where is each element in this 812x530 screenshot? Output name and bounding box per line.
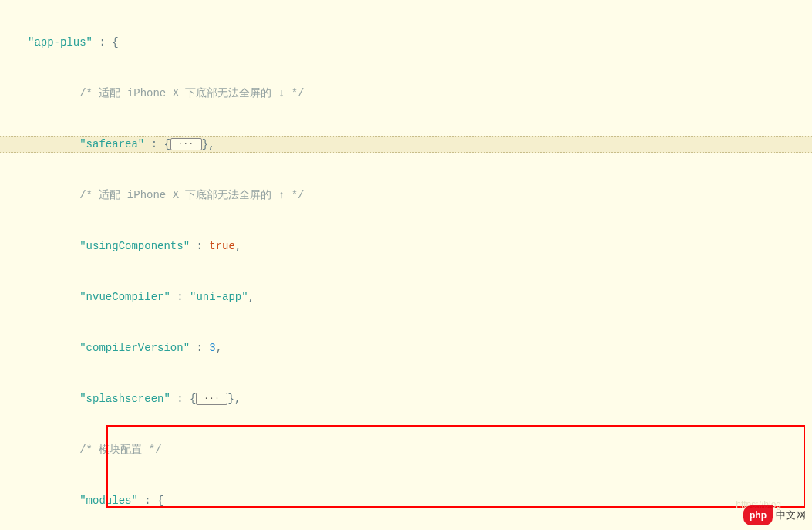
- code-line-current[interactable]: "safearea" : {···},: [0, 136, 812, 153]
- watermark-text: 中文网: [776, 507, 806, 524]
- code-line: "compilerVersion" : 3,: [0, 339, 812, 356]
- code-line: /* 模块配置 */: [0, 441, 812, 458]
- code-line: "nvueCompiler" : "uni-app",: [0, 289, 812, 306]
- site-watermark: php 中文网: [743, 505, 806, 525]
- code-line: "app-plus" : {: [0, 34, 812, 51]
- code-line: "splashscreen" : {···},: [0, 390, 812, 407]
- code-line: /* 适配 iPhone X 下底部无法全屏的 ↑ */: [0, 187, 812, 204]
- code-editor-content: "app-plus" : { /* 适配 iPhone X 下底部无法全屏的 ↓…: [0, 0, 812, 530]
- fold-marker[interactable]: ···: [196, 393, 227, 405]
- code-line: "modules" : {: [0, 492, 812, 509]
- watermark-pill: php: [743, 505, 773, 525]
- code-line: /* 适配 iPhone X 下底部无法全屏的 ↓ */: [0, 85, 812, 102]
- fold-marker[interactable]: ···: [170, 138, 202, 150]
- code-line: "usingComponents" : true,: [0, 238, 812, 255]
